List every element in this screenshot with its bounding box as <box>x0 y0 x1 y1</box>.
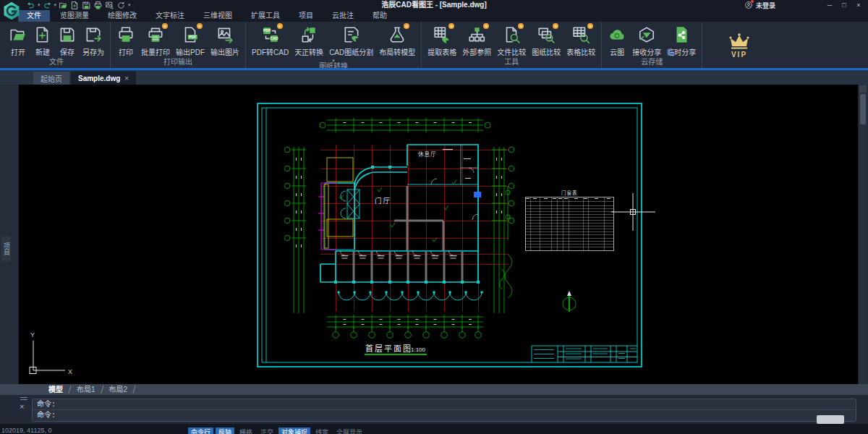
dimension-lines <box>284 118 514 338</box>
vip-badge-icon: v <box>587 23 593 29</box>
qa-file-new-button[interactable] <box>70 1 80 10</box>
ribbon-button-label: 外部参照 <box>462 46 491 57</box>
ribbon-button-保存[interactable]: 保存 <box>55 24 80 57</box>
save-icon <box>82 1 91 10</box>
ribbon-group-工具: v提取表格v外部参照v文件比较v图纸比较v表格比较工具 <box>422 22 602 68</box>
drawing-canvas[interactable]: 休息厅 门厅 门窗表 首层平面图 1:100 Y X <box>19 85 858 384</box>
qa-redo-button[interactable] <box>43 1 52 10</box>
menu-item-云批注[interactable]: 云批注 <box>323 10 362 22</box>
room-label-foyer: 门厅 <box>375 197 391 205</box>
vip-badge-icon: v <box>553 23 558 29</box>
status-toggle-栅格[interactable]: 栅格 <box>237 427 255 434</box>
menu-item-览图测量[interactable]: 览图测量 <box>51 10 98 22</box>
redo-icon <box>43 1 52 10</box>
ribbon-button-临时分享[interactable]: 临时分享 <box>664 24 699 57</box>
main-area: 项目 <box>0 85 868 384</box>
qa-print-button[interactable] <box>93 1 103 10</box>
menu-item-三维视图[interactable]: 三维视图 <box>195 10 241 22</box>
notification-dot <box>751 0 754 3</box>
dropdown-caret-icon[interactable]: ▾ <box>54 1 57 9</box>
temp-share-icon <box>672 25 691 44</box>
scrollbar-thumb[interactable] <box>860 94 866 124</box>
minimize-button[interactable]: ─ <box>823 1 836 10</box>
group-title-label: 文件 <box>49 59 64 66</box>
vip-crown-icon <box>727 33 752 50</box>
maximize-button[interactable]: □ <box>838 1 851 10</box>
ribbon-group-云存储: 云图接收分享临时分享云存储 <box>602 22 702 68</box>
command-area: × 命令: 命令: <box>0 395 868 424</box>
annotations <box>30 193 655 374</box>
ribbon-button-外部参照[interactable]: v外部参照 <box>459 24 494 57</box>
dropdown-caret-icon[interactable]: ▾ <box>38 1 41 9</box>
close-button[interactable]: × <box>852 1 865 10</box>
ribbon-button-label: PDF转CAD <box>252 46 289 57</box>
group-title-label: 打印输出 <box>163 59 192 66</box>
command-window[interactable]: 命令: 命令: <box>32 399 856 422</box>
status-toggle-全屏显示[interactable]: 全屏显示 <box>333 427 365 434</box>
doc-tab-起始页[interactable]: 起始页 <box>33 72 69 85</box>
menu-item-帮助[interactable]: 帮助 <box>364 10 396 22</box>
menu-item-文字标注[interactable]: 文字标注 <box>147 10 193 22</box>
document-tabbar: 起始页Sample.dwg× <box>0 70 868 85</box>
save-as-icon <box>84 25 103 44</box>
receive-share-icon <box>637 25 656 44</box>
ribbon-button-CAD图纸分割[interactable]: CAD图纸分割 <box>326 24 376 57</box>
folder-open-icon <box>59 1 68 10</box>
ribbon-button-label: 临时分享 <box>667 46 696 57</box>
ribbon-group-title: 文件 <box>49 58 64 68</box>
doc-tab-Sample.dwg[interactable]: Sample.dwg× <box>71 72 136 85</box>
room-label-lounge: 休息厅 <box>418 150 437 158</box>
status-toggle-正交[interactable]: 正交 <box>258 427 276 434</box>
layout-tab-布局1[interactable]: 布局1 <box>70 384 102 395</box>
ribbon-button-批量打印[interactable]: v批量打印 <box>138 24 173 57</box>
layout-tab-模型[interactable]: 模型 <box>42 384 69 395</box>
layout-tabbar: 模型布局1布局2 <box>0 384 868 395</box>
ribbon-button-打开[interactable]: 打开 <box>6 24 30 57</box>
ribbon-button-另存为[interactable]: 另存为 <box>80 24 107 57</box>
ribbon-button-输出PDF[interactable]: PDFv输出PDF <box>173 24 208 57</box>
ribbon-button-label: 文件比较 <box>497 46 526 57</box>
qa-folder-open-button[interactable] <box>59 1 68 10</box>
table-title: 门窗表 <box>561 190 578 196</box>
status-toggle-极轴[interactable]: 极轴 <box>216 427 234 434</box>
ribbon-group-title: 打印输出 <box>163 58 192 68</box>
menu-item-绘图修改[interactable]: 绘图修改 <box>99 10 145 22</box>
menu-item-扩展工具[interactable]: 扩展工具 <box>242 10 289 22</box>
vertical-scrollbar[interactable] <box>858 85 867 384</box>
status-toggle-对象捕捉[interactable]: 对象捕捉 <box>278 427 310 434</box>
dropdown-caret-icon[interactable]: ▾ <box>128 1 131 9</box>
tab-close-icon[interactable]: × <box>124 75 129 82</box>
qa-save-button[interactable] <box>82 1 91 10</box>
ucs-x-label: X <box>68 368 72 375</box>
command-input-line[interactable]: 命令: <box>33 410 856 421</box>
ribbon-button-打印[interactable]: 打印 <box>114 24 138 57</box>
login-button[interactable]: 未登录 <box>744 1 775 10</box>
ribbon-button-提取表格[interactable]: v提取表格 <box>425 24 459 57</box>
ribbon-button-云图[interactable]: 云图 <box>605 24 629 57</box>
command-grip[interactable] <box>20 397 27 401</box>
scrollbar-top-button[interactable] <box>859 85 867 93</box>
ribbon-button-新建[interactable]: 新建 <box>30 24 55 57</box>
layout-tab-布局2[interactable]: 布局2 <box>103 384 135 395</box>
qa-refresh-button[interactable] <box>116 1 126 10</box>
ribbon-button-label: 新建 <box>35 46 50 57</box>
ribbon-button-PDF转CAD[interactable]: PDFCADvPDF转CAD <box>249 24 292 57</box>
status-toggle-命令行[interactable]: 命令行 <box>188 427 213 434</box>
ribbon-button-输出图片[interactable]: 输出图片 <box>208 24 242 57</box>
ribbon-button-天正转换[interactable]: 天正转换 <box>292 24 326 57</box>
ribbon-button-表格比较[interactable]: v表格比较 <box>563 24 598 57</box>
ribbon-button-接收分享[interactable]: 接收分享 <box>629 24 664 57</box>
ribbon-button-文件比较[interactable]: v文件比较 <box>494 24 529 57</box>
command-close-icon[interactable]: × <box>20 402 24 411</box>
ribbon-button-图纸比较[interactable]: v图纸比较 <box>529 24 563 57</box>
qa-undo-button[interactable] <box>26 1 35 10</box>
qa-export-image-button[interactable] <box>105 1 114 10</box>
vip-button[interactable]: VIP <box>723 33 755 59</box>
menu-item-项目[interactable]: 项目 <box>290 10 322 22</box>
status-toggle-线宽[interactable]: 线宽 <box>312 427 331 434</box>
ribbon-button-布局转模型[interactable]: v布局转模型 <box>376 24 418 57</box>
vip-badge-icon: v <box>404 23 409 29</box>
project-panel-tab[interactable]: 项目 <box>1 237 11 261</box>
print-icon <box>93 1 103 10</box>
menu-item-文件[interactable]: 文件 <box>18 10 50 22</box>
